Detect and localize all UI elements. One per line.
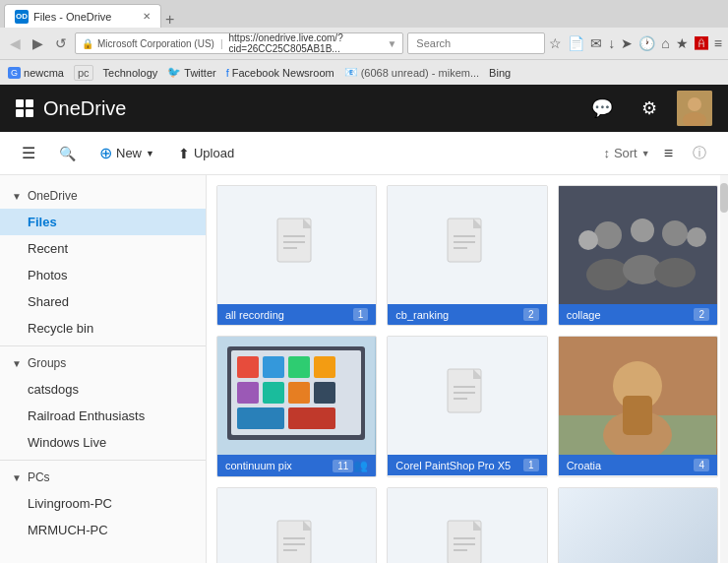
bookmark-g[interactable]: G newcma [8,67,64,79]
download-icon[interactable]: ↓ [608,35,615,51]
reader-icon[interactable]: 📄 [568,35,584,51]
sidebar-item-recent[interactable]: Recent [0,235,206,262]
star-icon[interactable]: ☆ [549,35,562,51]
file-tile-6[interactable]: Documents105 [216,487,377,563]
svg-rect-23 [237,356,259,378]
sort-btn[interactable]: ↕ Sort ▼ [603,146,649,160]
menu-icon[interactable]: ≡ [714,35,722,51]
content-scrollbar-track[interactable] [720,175,728,563]
info-btn[interactable]: ⓘ [687,141,712,166]
active-tab[interactable]: OD Files - OneDrive ✕ [4,4,161,28]
profile-avatar[interactable] [677,91,712,126]
sidebar-header-onedrive[interactable]: ▼ OneDrive [0,183,206,209]
bookmark-newcma[interactable]: newcma [24,67,64,79]
tile-footer-3: continuum pix11👥 [217,455,376,476]
svg-point-19 [687,227,706,247]
bookmark-pc[interactable]: pc [74,65,93,81]
g-icon: G [8,67,21,79]
sidebar-header-groups[interactable]: ▼ Groups [0,350,206,376]
sidebar-header-pcs[interactable]: ▼ PCs [0,465,206,490]
hamburger-btn[interactable]: ☰ [16,140,41,166]
tab-close-btn[interactable]: ✕ [143,11,151,22]
address-caret: ▼ [387,38,396,49]
bookmark-facebook[interactable]: f Facebook Newsroom [226,67,334,79]
list-view-btn[interactable]: ≡ [658,141,679,166]
chat-btn[interactable]: 💬 [582,89,622,128]
facebook-icon: f [226,67,229,79]
sidebar-item-shared[interactable]: Shared [0,288,206,315]
sidebar-item-livingroom[interactable]: Livingroom-PC [0,490,206,517]
sort-label: Sort [614,146,637,160]
address-bar-input[interactable]: 🔒 Microsoft Corporation (US) | https://o… [75,32,403,54]
tab-bar: OD Files - OneDrive ✕ + [0,0,728,28]
browser-toolbar-icons: ☆ 📄 ✉ ↓ ➤ 🕐 ⌂ ★ 🅰 ≡ [549,35,722,51]
back-btn[interactable]: ◀ [6,33,25,53]
file-tile-4[interactable]: Corel PaintShop Pro X51 [387,336,547,477]
tile-preview-6 [217,488,376,563]
file-tile-1[interactable]: cb_ranking2 [387,185,547,326]
tile-name-0: all recording [225,309,349,321]
new-btn[interactable]: ⊕ New ▼ [93,140,160,166]
grid-icon[interactable] [16,99,33,117]
chevron-pcs: ▼ [12,472,22,483]
file-tile-8[interactable]: Email attachments10 [558,487,718,563]
sidebar-item-mrmuch[interactable]: MRMUCH-PC [0,517,206,543]
sidebar-section-label-pcs: PCs [28,470,50,484]
file-tile-3[interactable]: continuum pix11👥 [216,336,377,477]
sidebar-item-files[interactable]: Files [0,209,206,235]
upload-btn[interactable]: ⬆ Upload [172,142,240,165]
file-tile-2[interactable]: collage2 [558,185,718,326]
tile-preview-4 [388,337,546,455]
sidebar-item-railroad[interactable]: Railroad Enthusiasts [0,403,206,429]
svg-point-16 [662,220,688,246]
svg-rect-41 [623,396,652,435]
app-body: ▼ OneDrive Files Recent Photos Shared Re… [0,175,728,563]
tab-favicon: OD [15,10,29,24]
sidebar-item-photos[interactable]: Photos [0,262,206,288]
file-tile-5[interactable]: Croatia4 [558,336,718,477]
svg-point-17 [654,258,696,287]
upload-label: Upload [194,146,234,160]
file-tile-7[interactable]: Documents228 [387,487,547,563]
sidebar-section-groups: ▼ Groups catsdogs Railroad Enthusiasts W… [0,350,206,456]
content-scrollbar-thumb[interactable] [720,183,728,213]
browser-search-input[interactable] [407,32,545,54]
tile-preview-3 [217,337,376,455]
svg-rect-25 [288,356,310,378]
new-plus-icon: ⊕ [99,144,112,162]
bookmark-bing[interactable]: Bing [489,67,511,79]
toolbar-search-btn[interactable]: 🔍 [53,142,82,165]
settings-btn[interactable]: ⚙ [630,89,669,128]
forward-btn[interactable]: ▶ [29,33,47,53]
refresh-btn[interactable]: ↺ [51,33,71,53]
extension-icon[interactable]: 🅰 [695,35,708,51]
sidebar-divider-2 [0,460,206,461]
shared-icon-3: 👥 [353,459,368,472]
sidebar-item-windowslive[interactable]: Windows Live [0,429,206,456]
file-tile-0[interactable]: all recording1 [216,185,377,326]
bookmark-twitter[interactable]: 🐦 Twitter [167,66,215,79]
address-bar: ◀ ▶ ↺ 🔒 Microsoft Corporation (US) | htt… [0,28,728,59]
tile-footer-0: all recording1 [217,304,376,325]
clock-icon[interactable]: 🕐 [638,35,655,51]
new-chevron: ▼ [146,149,154,158]
svg-rect-26 [314,356,335,378]
svg-point-18 [578,230,598,250]
sidebar-item-catsdogs[interactable]: catsdogs [0,376,206,403]
arrow-icon[interactable]: ➤ [621,35,633,51]
email-icon: 📧 [344,66,358,79]
tile-footer-4: Corel PaintShop Pro X51 [388,455,546,475]
new-tab-btn[interactable]: + [165,12,174,28]
bookmark-icon[interactable]: ★ [676,35,689,51]
sidebar-divider-1 [0,345,206,346]
sidebar-item-recycle[interactable]: Recycle bin [0,315,206,342]
browser-chrome: OD Files - OneDrive ✕ + ◀ ▶ ↺ 🔒 Microsof… [0,0,728,85]
sidebar-section-label-groups: Groups [28,356,66,370]
home-icon[interactable]: ⌂ [661,35,669,51]
svg-point-14 [631,219,654,242]
tile-name-1: cb_ranking [395,309,519,321]
bookmark-email[interactable]: 📧 (6068 unread) - mikem... [344,66,479,79]
svg-point-13 [586,259,630,290]
mail-icon[interactable]: ✉ [590,35,602,51]
bookmark-technology[interactable]: Technology [103,67,158,79]
